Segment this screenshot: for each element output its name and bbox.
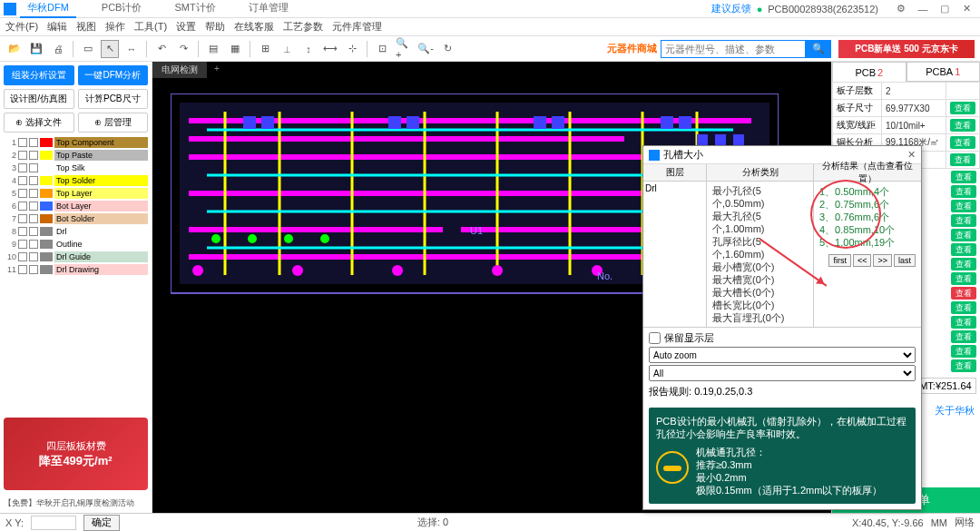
add-tab[interactable]: + — [207, 62, 227, 78]
keep-layer-check[interactable]: 保留显示层 — [649, 331, 916, 345]
tab-pcb-price[interactable]: PCB计价 — [94, 0, 150, 18]
menu-view[interactable]: 视图 — [76, 20, 96, 34]
tab-pcb[interactable]: PCB2 — [832, 62, 906, 82]
view-badge[interactable]: 查看 — [951, 345, 976, 358]
layer-row[interactable]: 8Drl — [4, 225, 148, 238]
menu-support[interactable]: 在线客服 — [234, 20, 274, 34]
zoom-select[interactable]: Auto zoom — [649, 347, 916, 363]
svg-text:No.: No. — [597, 270, 612, 281]
info-val: 69.977X30 — [882, 100, 946, 117]
maximize-icon[interactable]: ▢ — [935, 2, 955, 16]
view-badge[interactable]: 查看 — [951, 214, 976, 227]
refresh-icon[interactable]: ↻ — [438, 40, 456, 58]
snap-icon[interactable]: ⊞ — [256, 40, 274, 58]
select-icon[interactable]: ▭ — [79, 40, 97, 58]
print-icon[interactable]: 🖨 — [49, 40, 67, 58]
view-badge[interactable]: 查看 — [951, 272, 976, 285]
svg-rect-7 — [552, 116, 564, 129]
search-input[interactable] — [661, 40, 806, 58]
tab-dfm[interactable]: 华秋DFM — [20, 0, 76, 18]
view-badge[interactable]: 查看 — [950, 153, 975, 166]
layer-mgr-button[interactable]: ⊕ 层管理 — [78, 113, 149, 133]
xy-input[interactable] — [31, 516, 76, 530]
view-badge[interactable]: 查看 — [951, 330, 976, 343]
zoomout-icon[interactable]: 🔍- — [416, 40, 435, 58]
xy-ok-button[interactable]: 确定 — [83, 515, 120, 531]
minimize-icon[interactable]: — — [913, 2, 933, 16]
zoomin-icon[interactable]: 🔍+ — [395, 40, 413, 58]
search-label: 元器件商城 — [607, 42, 657, 55]
nav-prev[interactable]: << — [853, 254, 872, 267]
measure-icon[interactable]: ↕ — [299, 40, 318, 58]
feedback-link[interactable]: 建议反馈 — [711, 2, 751, 15]
dim-icon[interactable]: ⟷ — [321, 40, 339, 58]
menu-edit[interactable]: 编辑 — [47, 20, 67, 34]
view-badge[interactable]: 查看 — [951, 359, 976, 372]
menu-lib[interactable]: 元件库管理 — [332, 20, 382, 34]
layer-row[interactable]: 10Drl Guide — [4, 251, 148, 263]
tab-smt-price[interactable]: SMT计价 — [167, 0, 222, 18]
stack-icon[interactable]: ▦ — [226, 40, 244, 58]
zoomfit-icon[interactable]: ⊡ — [373, 40, 391, 58]
tab-pcba[interactable]: PCBA1 — [906, 62, 981, 82]
menu-settings[interactable]: 设置 — [176, 20, 196, 34]
view-badge[interactable]: 查看 — [950, 119, 975, 132]
view-badge[interactable]: 查看 — [951, 316, 976, 329]
info-key: 板子层数 — [833, 83, 882, 100]
search-button[interactable]: 🔍 — [806, 40, 831, 58]
view-badge[interactable]: 查看 — [951, 258, 976, 270]
layer-row[interactable]: 7Bot Solder — [4, 212, 148, 225]
layer-row[interactable]: 6Bot Layer — [4, 200, 148, 212]
menu-file[interactable]: 文件(F) — [5, 20, 38, 34]
layer-row[interactable]: 2Top Paste — [4, 149, 148, 162]
menu-process[interactable]: 工艺参数 — [283, 20, 323, 34]
calc-size-button[interactable]: 计算PCB尺寸 — [78, 89, 149, 109]
choose-file-button[interactable]: ⊕ 选择文件 — [4, 113, 74, 133]
promo-banner[interactable]: PCB新单送 500 元京东卡 — [838, 40, 975, 58]
tab-orders[interactable]: 订单管理 — [241, 0, 296, 18]
menu-help[interactable]: 帮助 — [205, 20, 225, 34]
layer-row[interactable]: 4Top Solder — [4, 174, 148, 187]
layer-row[interactable]: 1Top Component — [4, 136, 148, 149]
open-icon[interactable]: 📂 — [5, 40, 24, 58]
col-layer: 图层 — [643, 164, 707, 181]
view-badge[interactable]: 查看 — [951, 301, 976, 314]
view-badge[interactable]: 查看 — [951, 185, 976, 198]
ad-banner[interactable]: 四层板板材费 降至499元/m² — [4, 418, 148, 490]
close-icon[interactable]: ✕ — [956, 2, 976, 16]
move-icon[interactable]: ↔ — [122, 40, 141, 58]
nav-first[interactable]: first — [828, 254, 851, 267]
menu-tools[interactable]: 工具(T) — [134, 20, 167, 34]
view-badge[interactable]: 查看 — [951, 229, 976, 241]
assembly-settings-button[interactable]: 组装分析设置 — [4, 65, 74, 85]
layer-row[interactable]: 5Top Layer — [4, 187, 148, 200]
nav-last[interactable]: last — [894, 254, 916, 267]
popup-results[interactable]: 1、0.50mm,4个2、0.75mm,6个3、0.76mm,6个4、0.85m… — [814, 182, 921, 327]
view-badge[interactable]: 查看 — [950, 136, 975, 149]
layer-row[interactable]: 3Top Silk — [4, 162, 148, 174]
canvas-tab[interactable]: 电网检测 — [152, 62, 207, 78]
layer-row[interactable]: 9Outline — [4, 238, 148, 251]
ad-sub[interactable]: 【免费】华秋开启孔铜厚度检测活动 — [4, 497, 148, 509]
nav-next[interactable]: >> — [873, 254, 892, 267]
redo-icon[interactable]: ↷ — [174, 40, 192, 58]
dfm-analyze-button[interactable]: 一键DFM分析 — [78, 65, 149, 85]
view-badge[interactable]: 查看 — [951, 243, 976, 256]
design-view-button[interactable]: 设计图/仿真图 — [4, 89, 74, 109]
filter-select[interactable]: All — [649, 365, 916, 381]
settings-icon[interactable]: ⚙ — [891, 2, 911, 16]
ruler-icon[interactable]: ⟂ — [278, 40, 296, 58]
save-icon[interactable]: 💾 — [27, 40, 45, 58]
ad-line2: 降至499元/m² — [39, 453, 112, 469]
pointer-icon[interactable]: ↖ — [101, 40, 119, 58]
view-badge[interactable]: 查看 — [951, 200, 976, 212]
view-badge[interactable]: 查看 — [951, 171, 976, 183]
layer-icon[interactable]: ▤ — [204, 40, 222, 58]
layer-row[interactable]: 11Drl Drawing — [4, 263, 148, 276]
undo-icon[interactable]: ↶ — [152, 40, 171, 58]
about-link[interactable]: 关于华秋 — [935, 403, 975, 418]
origin-icon[interactable]: ⊹ — [343, 40, 361, 58]
view-badge[interactable]: 查看 — [950, 102, 975, 114]
menu-op[interactable]: 操作 — [105, 20, 125, 34]
view-badge[interactable]: 查看 — [951, 287, 976, 300]
